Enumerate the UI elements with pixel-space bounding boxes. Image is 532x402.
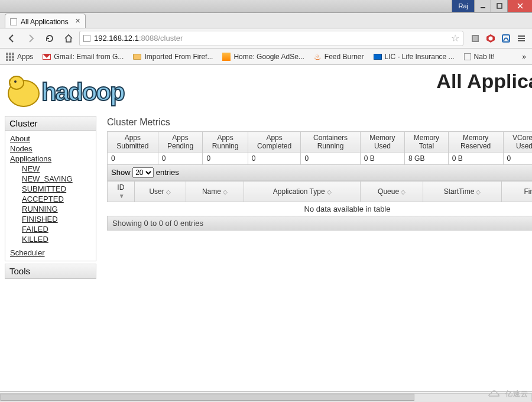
bookmark-nabit[interactable]: Nab It! bbox=[462, 51, 497, 63]
metrics-header[interactable]: Containers Running bbox=[301, 132, 360, 153]
col-user[interactable]: User◇ bbox=[134, 181, 186, 202]
svg-rect-1 bbox=[497, 4, 502, 8]
close-button[interactable] bbox=[507, 0, 532, 12]
sidebar-link-running[interactable]: RUNNING bbox=[10, 205, 91, 213]
bookmark-adsense[interactable]: Home: Google AdSe... bbox=[220, 51, 306, 63]
metrics-header[interactable]: VCores Used bbox=[503, 132, 532, 153]
tab-close-icon[interactable]: ✕ bbox=[75, 17, 80, 25]
apps-label: Apps bbox=[17, 53, 33, 61]
sidebar-link-failed[interactable]: FAILED bbox=[10, 225, 91, 234]
adblock-icon[interactable] bbox=[484, 31, 498, 46]
gmail-icon bbox=[43, 54, 51, 60]
site-icon bbox=[83, 35, 90, 42]
browser-navbar: 192.168.12.1:8088/cluster ☆ bbox=[0, 28, 532, 48]
metrics-header[interactable]: Memory Reserved bbox=[448, 132, 503, 153]
scroll-thumb[interactable] bbox=[1, 394, 414, 401]
metrics-header[interactable]: Apps Completed bbox=[248, 132, 301, 153]
watermark: 亿速云 bbox=[485, 389, 528, 400]
reload-button[interactable] bbox=[41, 31, 58, 46]
page-icon bbox=[10, 18, 17, 25]
main-panel: Cluster Metrics Apps Submitted Apps Pend… bbox=[107, 116, 532, 231]
url-input[interactable] bbox=[183, 33, 451, 44]
sidebar-link-new-saving[interactable]: NEW_SAVING bbox=[10, 174, 91, 183]
bookmarks-overflow[interactable]: » bbox=[520, 51, 528, 63]
metrics-header[interactable]: Apps Submitted bbox=[108, 132, 158, 153]
browser-tabstrip: All Applications ✕ bbox=[0, 13, 532, 28]
sidebar-link-scheduler[interactable]: Scheduler bbox=[10, 248, 91, 257]
col-id[interactable]: ID▼ bbox=[108, 181, 135, 202]
metrics-header[interactable]: Apps Pending bbox=[158, 132, 203, 153]
adsense-icon bbox=[222, 53, 231, 61]
col-queue[interactable]: Queue◇ bbox=[361, 181, 423, 202]
metrics-row: 0 0 0 0 0 0 B 8 GB 0 B 0 8 bbox=[108, 153, 533, 165]
sort-icon: ▼ bbox=[119, 193, 125, 199]
col-name[interactable]: Name◇ bbox=[186, 181, 244, 202]
sidebar: Cluster About Nodes Applications NEW NEW… bbox=[5, 116, 96, 281]
bookmarks-bar: Apps Gmail: Email from G... Imported Fro… bbox=[0, 48, 532, 65]
sidebar-link-submitted[interactable]: SUBMITTED bbox=[10, 184, 91, 193]
maximize-button[interactable] bbox=[491, 0, 507, 12]
sort-icon: ◇ bbox=[166, 189, 171, 195]
flame-icon: ♨ bbox=[314, 52, 322, 61]
metrics-header[interactable]: Memory Total bbox=[405, 132, 449, 153]
table-length-control: Show 20 entries bbox=[107, 165, 532, 181]
url-bar[interactable]: 192.168.12.1:8088/cluster ☆ bbox=[79, 31, 463, 46]
sort-icon: ◇ bbox=[401, 189, 406, 195]
extension-icon[interactable] bbox=[499, 31, 513, 46]
folder-icon bbox=[133, 54, 141, 60]
bookmark-imported[interactable]: Imported From Firef... bbox=[131, 51, 215, 63]
cluster-metrics-heading: Cluster Metrics bbox=[107, 117, 532, 128]
sidebar-link-finished[interactable]: FINISHED bbox=[10, 215, 91, 223]
hadoop-logo: hadoop bbox=[5, 70, 170, 111]
sidebar-link-about[interactable]: About bbox=[10, 134, 91, 143]
page-icon bbox=[464, 53, 471, 60]
bookmark-gmail[interactable]: Gmail: Email from G... bbox=[40, 51, 126, 63]
bookmark-lic[interactable]: LIC - Life Insurance ... bbox=[371, 51, 457, 63]
menu-icon[interactable] bbox=[514, 31, 528, 46]
sidebar-heading-tools[interactable]: Tools bbox=[5, 264, 96, 278]
back-button[interactable] bbox=[4, 31, 20, 46]
home-button[interactable] bbox=[60, 31, 77, 46]
svg-point-6 bbox=[489, 36, 493, 40]
url-path: :8088/cluster bbox=[139, 34, 183, 43]
minimize-button[interactable] bbox=[474, 0, 491, 12]
sidebar-link-accepted[interactable]: ACCEPTED bbox=[10, 194, 91, 203]
star-icon[interactable]: ☆ bbox=[451, 33, 459, 44]
table-info: Showing 0 to 0 of 0 entries bbox=[107, 216, 532, 231]
col-finish[interactable]: FinishTime◇ bbox=[502, 181, 532, 202]
metrics-header[interactable]: Apps Running bbox=[203, 132, 248, 153]
svg-point-12 bbox=[9, 76, 24, 89]
no-data-row: No data available in table bbox=[108, 202, 533, 216]
applications-table: ID▼ User◇ Name◇ Application Type◇ Queue◇… bbox=[107, 181, 532, 216]
browser-tab[interactable]: All Applications ✕ bbox=[5, 14, 86, 28]
lic-icon bbox=[374, 54, 382, 60]
apps-shortcut[interactable]: Apps bbox=[4, 51, 35, 63]
sidebar-link-killed[interactable]: KILLED bbox=[10, 235, 91, 244]
page-viewport: hadoop All Applications Cluster About No… bbox=[0, 65, 532, 391]
tab-title: All Applications bbox=[21, 18, 69, 26]
url-host: 192.168.12.1 bbox=[94, 34, 139, 43]
svg-text:hadoop: hadoop bbox=[41, 78, 124, 106]
col-start[interactable]: StartTime◇ bbox=[423, 181, 501, 202]
metrics-header[interactable]: Memory Used bbox=[360, 132, 404, 153]
forward-button[interactable] bbox=[22, 31, 39, 46]
page-size-select[interactable]: 20 bbox=[132, 167, 154, 178]
sort-icon: ◇ bbox=[476, 189, 481, 195]
svg-point-13 bbox=[14, 80, 17, 83]
os-user-badge: Raj bbox=[452, 0, 474, 12]
sidebar-link-nodes[interactable]: Nodes bbox=[10, 144, 91, 153]
sidebar-heading-cluster: Cluster bbox=[5, 116, 96, 131]
sidebar-link-new[interactable]: NEW bbox=[10, 164, 91, 173]
col-type[interactable]: Application Type◇ bbox=[244, 181, 361, 202]
sort-icon: ◇ bbox=[327, 189, 332, 195]
norton-icon[interactable] bbox=[468, 31, 482, 46]
bookmark-feedburner[interactable]: ♨Feed Burner bbox=[312, 50, 366, 63]
page-title: All Applications bbox=[436, 70, 532, 93]
apps-grid-icon bbox=[6, 53, 14, 61]
os-titlebar: Raj bbox=[0, 0, 532, 13]
horizontal-scrollbar[interactable] bbox=[0, 391, 532, 402]
sort-icon: ◇ bbox=[223, 189, 228, 195]
cluster-metrics-table: Apps Submitted Apps Pending Apps Running… bbox=[107, 131, 532, 165]
sidebar-link-applications[interactable]: Applications bbox=[10, 154, 91, 163]
